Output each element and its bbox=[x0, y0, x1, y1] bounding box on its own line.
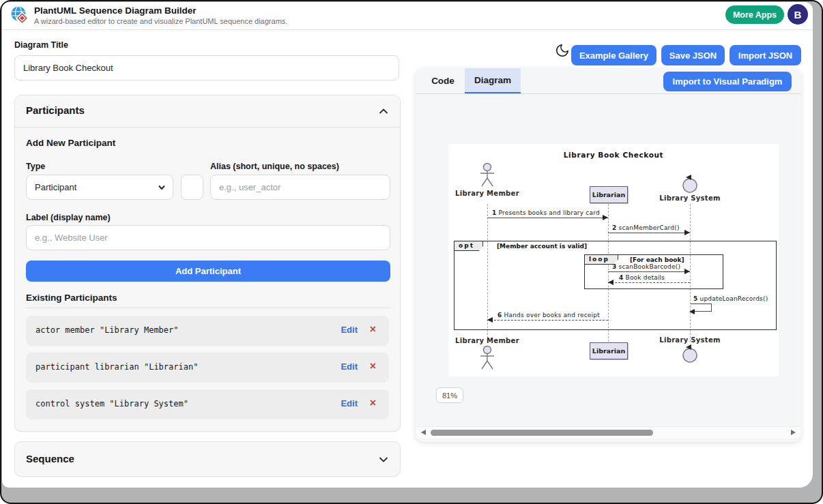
self-message-arrow bbox=[691, 303, 712, 312]
message-label: 1 Presents books and library card bbox=[492, 209, 600, 216]
participants-section-title: Participants bbox=[26, 104, 85, 116]
add-participant-heading: Add New Participant bbox=[26, 138, 115, 148]
message-label: 3 scanBookBarcode() bbox=[612, 263, 680, 270]
edit-participant-link[interactable]: Edit bbox=[341, 325, 358, 335]
message-label: 4 Book details bbox=[619, 274, 665, 281]
fragment-condition: [For each book] bbox=[630, 256, 684, 263]
actor-icon bbox=[478, 162, 496, 188]
participant-box: Librarian bbox=[590, 342, 628, 359]
chevron-up-icon[interactable] bbox=[378, 106, 389, 117]
zoom-level-badge: 81% bbox=[436, 387, 463, 403]
display-name-input[interactable] bbox=[26, 225, 390, 250]
app-title: PlantUML Sequence Diagram Builder bbox=[34, 5, 197, 16]
import-to-visual-paradigm-button[interactable]: Import to Visual Paradigm bbox=[663, 72, 792, 91]
participant-code: participant librarian "Librarian" bbox=[35, 362, 198, 372]
import-json-button[interactable]: Import JSON bbox=[730, 45, 801, 65]
participant-name: Library Member bbox=[455, 190, 519, 197]
message-arrow bbox=[608, 271, 690, 272]
participant-code: control system "Library System" bbox=[35, 399, 188, 409]
message-arrow bbox=[487, 320, 608, 321]
rendered-sequence-diagram: Library Book Checkout Library Member Lib… bbox=[448, 144, 779, 376]
app-subtitle: A wizard-based editor to create and visu… bbox=[34, 17, 287, 25]
dark-mode-toggle-moon-icon[interactable] bbox=[555, 43, 570, 58]
message-arrow bbox=[608, 282, 690, 283]
diagram-title-input[interactable] bbox=[14, 55, 399, 80]
diagram-viewer-panel: Code Diagram Import to Visual Paradigm L… bbox=[416, 68, 801, 442]
message-arrow bbox=[608, 233, 690, 233]
chevron-down-icon bbox=[158, 183, 166, 192]
scrollbar-thumb[interactable] bbox=[431, 430, 653, 436]
type-select[interactable]: Participant bbox=[26, 175, 173, 200]
window-frame: PlantUML Sequence Diagram Builder A wiza… bbox=[0, 0, 823, 504]
chevron-down-icon[interactable] bbox=[378, 454, 389, 465]
desktop-background: PlantUML Sequence Diagram Builder A wiza… bbox=[1, 1, 822, 503]
message-label: 6 Hands over books and receipt bbox=[497, 312, 600, 318]
control-icon bbox=[681, 344, 699, 364]
alias-input[interactable] bbox=[210, 175, 390, 200]
participants-section: Participants Add New Participant Type Al… bbox=[14, 95, 401, 432]
example-gallery-button[interactable]: Example Gallery bbox=[571, 45, 656, 65]
user-avatar[interactable]: B bbox=[788, 4, 808, 25]
display-name-label: Label (display name) bbox=[26, 213, 111, 222]
participant-row: actor member "Library Member" Edit × bbox=[26, 316, 389, 346]
participant-row: control system "Library System" Edit × bbox=[26, 389, 389, 419]
participant-name: Library System bbox=[659, 194, 720, 202]
diagram-title-label: Diagram Title bbox=[14, 40, 68, 50]
scroll-left-arrow-icon[interactable] bbox=[421, 430, 426, 435]
message-arrow bbox=[487, 218, 608, 218]
horizontal-scrollbar[interactable] bbox=[416, 426, 801, 439]
app-surface: PlantUML Sequence Diagram Builder A wiza… bbox=[2, 2, 813, 488]
existing-participants-heading: Existing Participants bbox=[26, 293, 117, 303]
divider bbox=[26, 308, 390, 308]
scroll-right-arrow-icon[interactable] bbox=[791, 430, 796, 435]
alias-label: Alias (short, unique, no spaces) bbox=[210, 162, 339, 171]
app-logo-icon bbox=[10, 5, 30, 26]
type-select-value: Participant bbox=[35, 182, 76, 192]
sequence-section[interactable]: Sequence bbox=[14, 441, 401, 477]
edit-participant-link[interactable]: Edit bbox=[341, 398, 358, 409]
message-label: 5 updateLoanRecords() bbox=[693, 295, 768, 302]
participant-color-box[interactable] bbox=[181, 175, 203, 200]
more-apps-button[interactable]: More Apps bbox=[725, 5, 784, 24]
type-label: Type bbox=[26, 162, 45, 171]
participants-section-header[interactable]: Participants bbox=[15, 95, 400, 128]
app-header: PlantUML Sequence Diagram Builder A wiza… bbox=[2, 2, 813, 30]
delete-participant-icon[interactable]: × bbox=[370, 323, 376, 336]
control-icon bbox=[681, 174, 699, 194]
actor-icon bbox=[478, 345, 496, 371]
participant-box: Librarian bbox=[590, 186, 628, 203]
edit-participant-link[interactable]: Edit bbox=[341, 361, 358, 372]
message-label: 2 scanMemberCard() bbox=[612, 224, 680, 231]
tab-code[interactable]: Code bbox=[421, 68, 465, 93]
add-participant-button[interactable]: Add Participant bbox=[26, 261, 390, 282]
participant-name: Library System bbox=[659, 336, 720, 344]
delete-participant-icon[interactable]: × bbox=[370, 360, 376, 372]
fragment-keyword: opt bbox=[454, 241, 483, 251]
delete-participant-icon[interactable]: × bbox=[370, 397, 376, 409]
diagram-title: Library Book Checkout bbox=[448, 151, 779, 159]
tab-diagram[interactable]: Diagram bbox=[465, 68, 521, 93]
fragment-condition: [Member account is valid] bbox=[497, 243, 587, 250]
participant-row: participant librarian "Librarian" Edit × bbox=[26, 353, 389, 383]
participant-name: Library Member bbox=[455, 337, 519, 344]
save-json-button[interactable]: Save JSON bbox=[661, 45, 725, 65]
participant-code: actor member "Library Member" bbox=[35, 325, 179, 335]
sequence-section-title: Sequence bbox=[26, 453, 74, 464]
